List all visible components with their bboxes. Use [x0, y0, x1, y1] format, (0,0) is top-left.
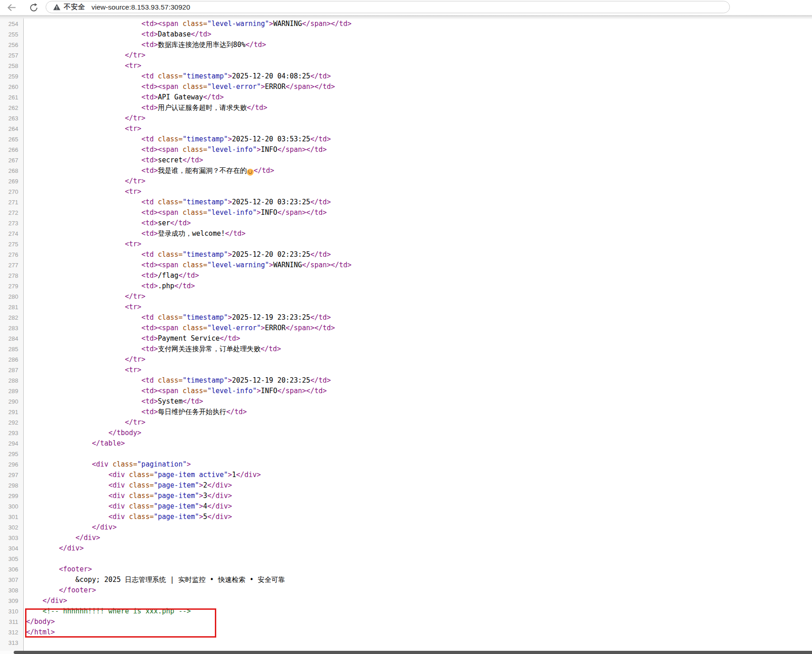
- source-line: 285 <td>支付网关连接异常，订单处理失败</td>: [0, 344, 812, 354]
- source-line: 267 <td>secret</td>: [0, 155, 812, 166]
- source-line: 276 <td class="timestamp">2025-12-20 02:…: [0, 249, 812, 260]
- source-line: 259 <td class="timestamp">2025-12-20 04:…: [0, 71, 812, 82]
- line-number: 259: [0, 71, 24, 82]
- source-line: 301 <div class="page-item">5</div>: [0, 512, 812, 522]
- url-text: view-source:8.153.93.57:30920: [92, 3, 190, 11]
- code-text: <td class="timestamp">2025-12-20 04:08:2…: [24, 71, 812, 82]
- line-number: 306: [0, 564, 24, 575]
- line-number: 302: [0, 522, 24, 533]
- line-number: 272: [0, 208, 24, 218]
- code-text: </tr>: [24, 50, 812, 61]
- source-line: 277 <td><span class="level-warning">WARN…: [0, 260, 812, 270]
- code-text: <tr>: [24, 302, 812, 312]
- code-text: [24, 638, 812, 648]
- line-number: 293: [0, 428, 24, 438]
- code-text: <td>System</td>: [24, 396, 812, 407]
- line-number: 309: [0, 596, 24, 606]
- refresh-button[interactable]: [28, 2, 40, 14]
- code-text: <tr>: [24, 187, 812, 197]
- code-text: <td>登录成功，welcome!</td>: [24, 228, 812, 239]
- line-number: 296: [0, 459, 24, 470]
- code-text: <div class="page-item">3</div>: [24, 491, 812, 501]
- code-text: <div class="page-item">5</div>: [24, 512, 812, 522]
- code-text: <td><span class="level-error">ERROR</spa…: [24, 323, 812, 333]
- horizontal-scrollbar-track[interactable]: [0, 651, 812, 654]
- source-line: 258 <tr>: [0, 61, 812, 71]
- source-line: 308 </footer>: [0, 585, 812, 596]
- horizontal-scrollbar-thumb[interactable]: [14, 651, 812, 654]
- code-text: [24, 449, 812, 459]
- line-number: 301: [0, 512, 24, 522]
- source-line: 272 <td><span class="level-info">INFO</s…: [0, 208, 812, 218]
- code-text: <td class="timestamp">2025-12-19 20:23:2…: [24, 375, 812, 386]
- line-number: 261: [0, 92, 24, 103]
- code-text: <tr>: [24, 61, 812, 71]
- source-line: 281 <tr>: [0, 302, 812, 312]
- code-text: </tr>: [24, 176, 812, 187]
- source-line: 282 <td class="timestamp">2025-12-19 23:…: [0, 312, 812, 323]
- line-number: 294: [0, 438, 24, 449]
- code-text: <td>数据库连接池使用率达到80%</td>: [24, 40, 812, 50]
- code-text: <td><span class="level-info">INFO</span>…: [24, 208, 812, 218]
- line-number: 311: [0, 617, 24, 627]
- source-line: 290 <td>System</td>: [0, 396, 812, 407]
- code-text: <td>每日维护任务开始执行</td>: [24, 407, 812, 417]
- code-text: <td>我是谁，能有漏洞？不存在的🙂</td>: [24, 166, 812, 176]
- toolbar-shadow: [0, 16, 812, 20]
- line-number: 299: [0, 491, 24, 501]
- code-text: <td class="timestamp">2025-12-20 02:23:2…: [24, 249, 812, 260]
- line-number: 295: [0, 449, 24, 459]
- code-text: <div class="page-item">4</div>: [24, 501, 812, 512]
- line-number: 264: [0, 124, 24, 134]
- source-line: 293 </tbody>: [0, 428, 812, 438]
- code-text: <td class="timestamp">2025-12-20 03:53:2…: [24, 134, 812, 145]
- source-line: 299 <div class="page-item">3</div>: [0, 491, 812, 501]
- code-text: <td class="timestamp">2025-12-20 03:23:2…: [24, 197, 812, 208]
- source-line: 286 </tr>: [0, 354, 812, 365]
- code-text: <td><span class="level-warning">WARNING<…: [24, 260, 812, 270]
- line-number: 305: [0, 554, 24, 564]
- line-number: 289: [0, 386, 24, 396]
- line-number: 267: [0, 155, 24, 166]
- line-number: 262: [0, 103, 24, 113]
- source-line: 269 </tr>: [0, 176, 812, 187]
- back-button[interactable]: [5, 2, 17, 14]
- source-line: 288 <td class="timestamp">2025-12-19 20:…: [0, 375, 812, 386]
- line-number: 256: [0, 40, 24, 50]
- code-text: <tr>: [24, 365, 812, 375]
- line-number: 260: [0, 82, 24, 92]
- line-number: 279: [0, 281, 24, 291]
- line-number: 254: [0, 19, 24, 29]
- line-number: 268: [0, 166, 24, 176]
- source-line: 289 <td><span class="level-info">INFO</s…: [0, 386, 812, 396]
- code-text: <td><span class="level-warning">WARNING<…: [24, 19, 812, 29]
- line-number: 255: [0, 29, 24, 40]
- code-text: <td><span class="level-info">INFO</span>…: [24, 145, 812, 155]
- refresh-icon: [29, 3, 39, 13]
- line-number: 266: [0, 145, 24, 155]
- code-text: </tr>: [24, 291, 812, 302]
- code-text: </tr>: [24, 354, 812, 365]
- line-number: 274: [0, 228, 24, 239]
- code-text: </div>: [24, 596, 812, 606]
- browser-toolbar: 不安全 view-source:8.153.93.57:30920: [0, 0, 812, 16]
- source-line: 270 <tr>: [0, 187, 812, 197]
- code-text: <td>Database</td>: [24, 29, 812, 40]
- source-line: 305: [0, 554, 812, 564]
- emoji-smiley-icon: 🙂: [247, 169, 254, 176]
- source-line: 255 <td>Database</td>: [0, 29, 812, 40]
- source-line: 274 <td>登录成功，welcome!</td>: [0, 228, 812, 239]
- source-line: 313: [0, 638, 812, 648]
- line-number: 284: [0, 333, 24, 344]
- source-line: 295: [0, 449, 812, 459]
- code-text: <td>API Gateway</td>: [24, 92, 812, 103]
- code-text: <td>用户认证服务超时，请求失败</td>: [24, 103, 812, 113]
- line-number: 308: [0, 585, 24, 596]
- line-number: 290: [0, 396, 24, 407]
- line-number: 269: [0, 176, 24, 187]
- security-status-label: 不安全: [64, 3, 85, 11]
- warning-triangle-icon: [53, 3, 61, 11]
- address-bar[interactable]: 不安全 view-source:8.153.93.57:30920: [46, 1, 730, 13]
- code-text: <td><span class="level-error">ERROR</spa…: [24, 82, 812, 92]
- line-number: 276: [0, 249, 24, 260]
